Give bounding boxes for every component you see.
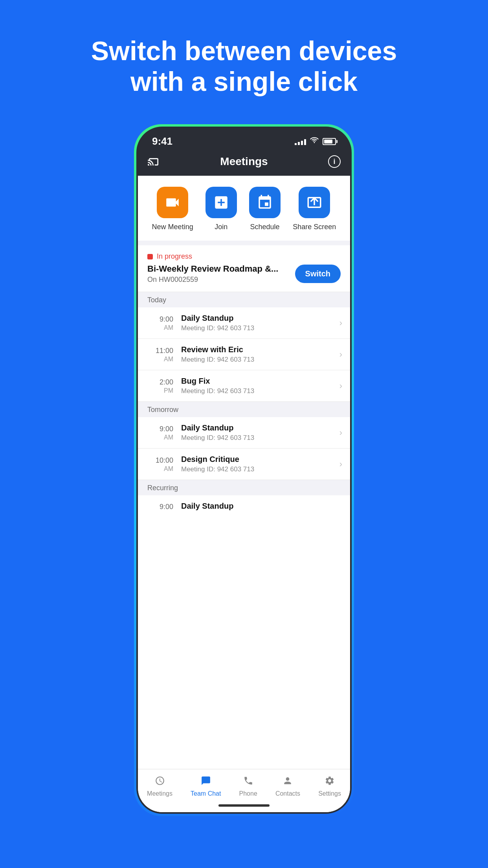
meeting-info: Bug Fix Meeting ID: 942 603 713	[181, 377, 336, 395]
in-progress-label: In progress	[157, 252, 192, 261]
meeting-name: Design Critique	[181, 455, 336, 464]
contacts-tab-icon	[283, 776, 293, 789]
app-header: Meetings i	[138, 151, 350, 176]
meeting-name: Daily Standup	[181, 423, 336, 432]
meetings-tab-label: Meetings	[147, 790, 172, 797]
chevron-right-icon: ›	[339, 459, 342, 469]
share-screen-label: Share Screen	[293, 223, 336, 231]
meeting-id: Meeting ID: 942 603 713	[181, 324, 336, 332]
today-label: Today	[147, 296, 166, 304]
time-hour: 10:00	[146, 456, 173, 465]
meeting-id: Meeting ID: 942 603 713	[181, 434, 336, 442]
cast-icon[interactable]	[147, 154, 160, 169]
schedule-label: Schedule	[250, 223, 280, 231]
new-meeting-label: New Meeting	[152, 223, 193, 231]
meeting-info: Daily Standup Meeting ID: 942 603 713	[181, 314, 336, 332]
tab-bar: Meetings Team Chat	[138, 769, 350, 802]
tab-settings[interactable]: Settings	[312, 774, 347, 799]
time-period: AM	[146, 434, 173, 441]
recurring-section-header: Recurring	[138, 480, 350, 495]
time-hour: 11:00	[146, 346, 173, 355]
meeting-name: Daily Standup	[181, 314, 336, 323]
tomorrow-section-header: Tomorrow	[138, 402, 350, 417]
meeting-time: 11:00 AM	[146, 346, 173, 363]
time-period: AM	[146, 324, 173, 331]
action-buttons-row: New Meeting Join	[138, 176, 350, 241]
meeting-item[interactable]: 10:00 AM Design Critique Meeting ID: 942…	[138, 449, 350, 480]
meeting-time: 9:00 AM	[146, 315, 173, 332]
meeting-info: Daily Standup	[181, 502, 342, 512]
meeting-item[interactable]: 9:00 AM Daily Standup Meeting ID: 942 60…	[138, 417, 350, 449]
chevron-right-icon: ›	[339, 318, 342, 328]
home-indicator	[138, 802, 350, 812]
join-label: Join	[215, 223, 227, 231]
meeting-item[interactable]: 2:00 PM Bug Fix Meeting ID: 942 603 713 …	[138, 370, 350, 402]
meetings-tab-icon	[155, 776, 165, 789]
meeting-info: Daily Standup Meeting ID: 942 603 713	[181, 423, 336, 442]
meeting-id: Meeting ID: 942 603 713	[181, 465, 336, 473]
meetings-list: Today 9:00 AM Daily Standup Meeting ID: …	[138, 292, 350, 769]
phone-screen: 9:41	[138, 128, 350, 812]
in-progress-info: Bi-Weekly Review Roadmap &... On HW00025…	[147, 264, 278, 284]
meeting-info: Design Critique Meeting ID: 942 603 713	[181, 455, 336, 473]
header-title: Meetings	[220, 155, 268, 168]
chevron-right-icon: ›	[339, 381, 342, 391]
time-period: AM	[146, 355, 173, 363]
meeting-id: Meeting ID: 942 603 713	[181, 356, 336, 364]
today-section-header: Today	[138, 292, 350, 307]
in-progress-subtitle: On HW0002559	[147, 276, 278, 284]
meeting-time: 10:00 AM	[146, 456, 173, 473]
meeting-time: 2:00 PM	[146, 378, 173, 395]
hero-text: Switch between devices with a single cli…	[60, 35, 429, 97]
settings-tab-icon	[325, 776, 335, 789]
battery-icon	[323, 138, 336, 145]
info-icon[interactable]: i	[328, 155, 341, 168]
status-bar: 9:41	[138, 128, 350, 151]
meeting-time: 9:00 AM	[146, 425, 173, 441]
contacts-tab-label: Contacts	[275, 790, 300, 797]
new-meeting-button[interactable]: New Meeting	[152, 187, 193, 231]
in-progress-badge: In progress	[147, 252, 341, 261]
meeting-time: 9:00	[146, 502, 173, 511]
switch-button[interactable]: Switch	[295, 265, 341, 283]
meeting-item[interactable]: 9:00 AM Daily Standup Meeting ID: 942 60…	[138, 307, 350, 339]
schedule-button[interactable]: Schedule	[249, 187, 281, 231]
time-hour: 9:00	[146, 315, 173, 324]
tab-phone[interactable]: Phone	[233, 774, 264, 799]
in-progress-section: In progress Bi-Weekly Review Roadmap &..…	[138, 245, 350, 292]
tab-contacts[interactable]: Contacts	[269, 774, 306, 799]
meeting-item[interactable]: 11:00 AM Review with Eric Meeting ID: 94…	[138, 339, 350, 370]
time-period: AM	[146, 465, 173, 473]
app-content: New Meeting Join	[138, 176, 350, 812]
chevron-right-icon: ›	[339, 349, 342, 360]
meeting-info: Review with Eric Meeting ID: 942 603 713	[181, 345, 336, 364]
schedule-icon	[249, 187, 281, 218]
status-icons	[295, 137, 336, 145]
team-chat-tab-label: Team Chat	[191, 790, 221, 797]
status-time: 9:41	[152, 135, 172, 147]
tab-team-chat[interactable]: Team Chat	[184, 774, 227, 799]
phone-mockup: 9:41	[134, 124, 354, 816]
home-bar	[218, 804, 270, 807]
meeting-name: Daily Standup	[181, 502, 342, 511]
meeting-item[interactable]: 9:00 Daily Standup	[138, 495, 350, 519]
phone-tab-icon	[243, 776, 253, 789]
recurring-label: Recurring	[147, 484, 178, 492]
signal-bars-icon	[295, 138, 306, 145]
share-screen-button[interactable]: Share Screen	[293, 187, 336, 231]
in-progress-row: Bi-Weekly Review Roadmap &... On HW00025…	[147, 264, 341, 284]
meeting-id: Meeting ID: 942 603 713	[181, 387, 336, 395]
tomorrow-label: Tomorrow	[147, 406, 178, 414]
wifi-icon	[310, 137, 319, 145]
join-button[interactable]: Join	[205, 187, 237, 231]
tab-meetings[interactable]: Meetings	[141, 774, 179, 799]
phone-tab-label: Phone	[239, 790, 257, 797]
share-screen-icon	[299, 187, 330, 218]
time-hour: 2:00	[146, 378, 173, 387]
in-progress-title: Bi-Weekly Review Roadmap &...	[147, 264, 278, 274]
recording-dot	[147, 254, 153, 259]
join-icon	[205, 187, 237, 218]
time-hour: 9:00	[146, 502, 173, 511]
settings-tab-label: Settings	[318, 790, 341, 797]
meeting-name: Review with Eric	[181, 345, 336, 354]
